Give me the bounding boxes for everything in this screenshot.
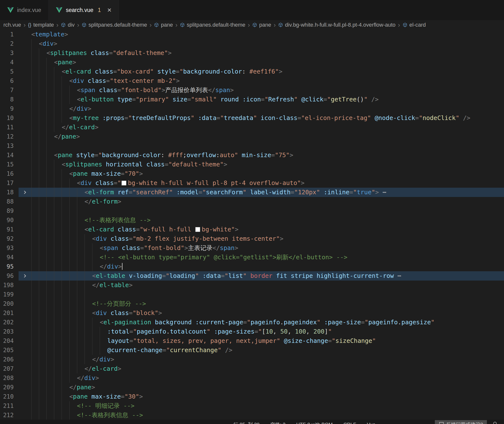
- code-line[interactable]: 201 <div class="block">: [0, 308, 504, 318]
- code-line[interactable]: 212 <!--表格列表信息 -->: [0, 411, 504, 420]
- code-line[interactable]: 198 </el-table>: [0, 281, 504, 290]
- code-line[interactable]: 16 <pane max-size="70">: [0, 169, 504, 178]
- code-line[interactable]: 3 <splitpanes class="default-theme">: [0, 48, 504, 58]
- breadcrumb-item[interactable]: div: [61, 22, 75, 28]
- code-line[interactable]: 206 </div>: [0, 355, 504, 364]
- indent-guide: [62, 355, 69, 364]
- indent-guide: [39, 48, 46, 58]
- code-line[interactable]: 92 <div class="mb-2 flex justify-between…: [0, 234, 504, 243]
- code-line[interactable]: 2 <div>: [0, 39, 504, 48]
- code-line[interactable]: 4 <pane>: [0, 58, 504, 67]
- indent-guide: [85, 327, 92, 336]
- indent-guide: [31, 160, 39, 169]
- code-line[interactable]: 14 <pane style="background-color: #fff;o…: [0, 151, 504, 160]
- code-line[interactable]: 207 </el-card>: [0, 364, 504, 373]
- line-number: 199: [0, 290, 19, 299]
- status-item[interactable]: 行 95, 列 20: [233, 421, 260, 424]
- indent-guide: [39, 169, 46, 178]
- line-number: 89: [0, 206, 19, 216]
- indent-guide: [31, 392, 39, 401]
- indent-guide: [62, 197, 69, 206]
- fold-chevron-icon[interactable]: [19, 188, 31, 197]
- text-cursor: [122, 263, 122, 270]
- breadcrumb-item[interactable]: div.bg-white.h-full.w-full.pl-8.pt-4.ove…: [278, 22, 395, 28]
- code-line[interactable]: 88 </el-form>: [0, 197, 504, 206]
- indent-guide: [62, 169, 69, 178]
- code-line[interactable]: 205 @current-change="currentChange" />: [0, 346, 504, 355]
- code-line[interactable]: 9 </div>: [0, 104, 504, 113]
- status-item[interactable]: UTF-8 with BOM: [296, 421, 333, 424]
- indent-guide: [62, 262, 69, 271]
- indent-guide: [31, 290, 39, 299]
- code-line[interactable]: 13: [0, 141, 504, 151]
- code-text: [31, 206, 85, 216]
- code-line[interactable]: 89: [0, 206, 504, 216]
- color-swatch[interactable]: [121, 181, 126, 185]
- indent-guide: [39, 383, 46, 392]
- close-icon[interactable]: ×: [107, 6, 112, 14]
- indent-guide: [46, 67, 54, 76]
- status-feedback-item[interactable]: 反馈问题或建议?: [435, 420, 487, 424]
- indent-guide: [54, 76, 62, 86]
- code-line[interactable]: 1<template>: [0, 30, 504, 39]
- code-line[interactable]: 6 <div class="text-center mb-2">: [0, 76, 504, 86]
- code-line[interactable]: 204 layout="total, sizes, prev, pager, n…: [0, 336, 504, 346]
- code-line[interactable]: 94 <!-- <el-button type="primary" @click…: [0, 253, 504, 262]
- tab-index-vue[interactable]: index.vue: [0, 0, 49, 20]
- indent-guide: [31, 151, 39, 160]
- code-line[interactable]: 95 </div>: [0, 262, 504, 271]
- code-text: <div class="mb-2 flex justify-between it…: [31, 234, 284, 243]
- status-item[interactable]: CRLF: [343, 421, 356, 424]
- code-line[interactable]: 11 </el-card>: [0, 123, 504, 132]
- status-item[interactable]: Vue: [367, 421, 375, 424]
- breadcrumb-item[interactable]: pane: [154, 22, 173, 28]
- code-line[interactable]: 203 :total="pageinfo.totalcount" :page-s…: [0, 327, 504, 336]
- indent-guide: [46, 364, 54, 373]
- code-line[interactable]: 199: [0, 290, 504, 299]
- code-line[interactable]: 202 <el-pagination background :current-p…: [0, 318, 504, 327]
- code-line[interactable]: 211 <!-- 明细记录 -->: [0, 401, 504, 411]
- status-item[interactable]: 空格: 2: [270, 421, 285, 424]
- indent-guide: [62, 327, 69, 336]
- breadcrumb-item[interactable]: pane: [252, 22, 271, 28]
- bell-button[interactable]: [492, 421, 498, 424]
- code-line[interactable]: 91 <el-card class="w-full h-full bg-whit…: [0, 225, 504, 234]
- indent-guide: [46, 132, 54, 141]
- code-line[interactable]: 93 <span class="font-bold">主表记录</span>: [0, 243, 504, 253]
- tab-search-vue[interactable]: search.vue 1 ×: [49, 0, 119, 20]
- indent-guide: [77, 225, 85, 234]
- indent-guide: [54, 355, 62, 364]
- breadcrumb-item[interactable]: rch.vue: [3, 22, 21, 28]
- indent-guide: [54, 104, 62, 113]
- fold-chevron-icon[interactable]: [19, 271, 31, 281]
- color-swatch[interactable]: [195, 227, 200, 232]
- tab-label: search.vue: [66, 7, 93, 13]
- code-line[interactable]: 15 <splitpanes horizontal class="default…: [0, 160, 504, 169]
- code-line[interactable]: 7 <span class="font-bold">产品报价单列表</span>: [0, 86, 504, 95]
- breadcrumb-item[interactable]: el-card: [403, 22, 426, 28]
- code-line[interactable]: 209 </pane>: [0, 383, 504, 392]
- indent-guide: [39, 178, 46, 188]
- indent-guide: [77, 262, 85, 271]
- code-line[interactable]: 10 <my-tree :props="treeDefaultProps" :d…: [0, 113, 504, 123]
- code-editor[interactable]: 1<template>2 <div>3 <splitpanes class="d…: [0, 30, 504, 420]
- breadcrumb-item[interactable]: {}template: [28, 22, 54, 28]
- code-line[interactable]: 96 <el-table v-loading="loading" :data="…: [0, 271, 504, 281]
- line-number: 14: [0, 151, 19, 160]
- code-line[interactable]: 210 <pane max-size="30">: [0, 392, 504, 401]
- breadcrumb-item[interactable]: splitpanes.default-theme: [82, 22, 147, 28]
- indent-guide: [69, 262, 77, 271]
- code-line[interactable]: 18 <el-form ref="searchRef" :model="sear…: [0, 188, 504, 197]
- code-line[interactable]: 5 <el-card class="box-card" style="backg…: [0, 67, 504, 76]
- code-line[interactable]: 200 <!--分页部分 -->: [0, 299, 504, 308]
- indent-guide: [39, 188, 46, 197]
- code-line[interactable]: 17 <div class="bg-white h-full w-full pl…: [0, 178, 504, 188]
- code-line[interactable]: 90 <!--表格列表信息 -->: [0, 216, 504, 225]
- status-left-items: 行 95, 列 20空格: 2UTF-8 with BOMCRLFVue: [233, 421, 375, 424]
- code-line[interactable]: 8 <el-button type="primary" size="small"…: [0, 95, 504, 104]
- code-line[interactable]: 208 </div>: [0, 373, 504, 383]
- indent-guide: [46, 327, 54, 336]
- indent-guide: [69, 271, 77, 281]
- breadcrumb-item[interactable]: splitpanes.default-theme: [180, 22, 245, 28]
- code-line[interactable]: 12 </pane>: [0, 132, 504, 141]
